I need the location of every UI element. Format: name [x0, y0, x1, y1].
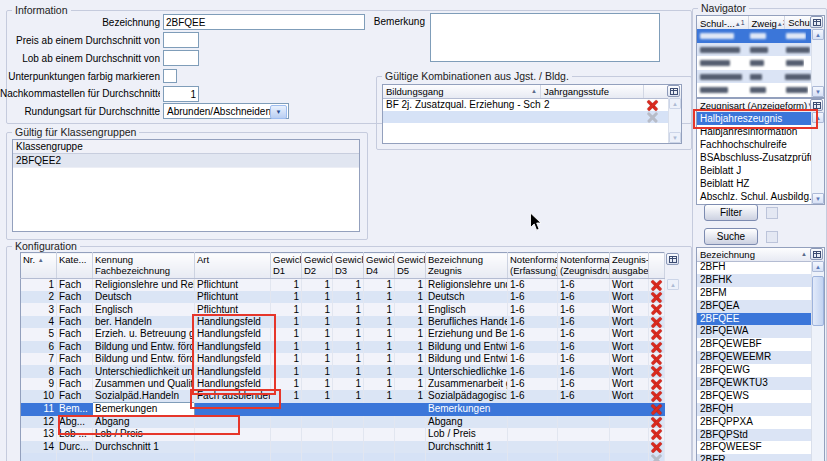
- column-header-klassengruppe[interactable]: Klassengruppe: [13, 140, 359, 154]
- list-item[interactable]: 2BFQPStd: [697, 429, 811, 442]
- cell-nr[interactable]: 14: [21, 441, 57, 453]
- filter-button[interactable]: Filter: [704, 204, 758, 221]
- grid-icon-button[interactable]: [666, 253, 679, 265]
- cell-bezeichnung-zeugnis[interactable]: Bildung und Entwicklu...: [426, 341, 508, 353]
- column-header-jahrgangsstufe[interactable]: Jahrgangsstufe: [541, 85, 644, 98]
- delete-row-icon[interactable]: [651, 292, 662, 303]
- cell-art[interactable]: Handlungsfeld: [195, 316, 271, 328]
- cell-kategorie[interactable]: Durc...: [57, 441, 93, 453]
- cell-zeugnisausgabe[interactable]: [610, 441, 649, 453]
- list-item[interactable]: Abschlz. Schul. Ausbildg.: [697, 190, 811, 203]
- delete-row-icon[interactable]: [651, 417, 662, 428]
- table-row-empty[interactable]: [21, 453, 665, 461]
- list-item[interactable]: 2BFQEWEBF: [697, 338, 811, 351]
- cell-notenformat-erfassung[interactable]: [508, 416, 558, 429]
- list-item[interactable]: Beiblatt HZ: [697, 177, 811, 190]
- cell-zeugnisausgabe[interactable]: Wort: [610, 316, 649, 328]
- cell-art[interactable]: Fach ausblenden: [195, 390, 271, 403]
- cell-gewicht-d2[interactable]: 1: [302, 365, 333, 377]
- list-item[interactable]: 2BFQEWG: [697, 364, 811, 377]
- cell-gewicht-d5[interactable]: 1: [395, 303, 426, 315]
- column-header-zeugnisart[interactable]: Zeugnisart (Anzeigeform) ▼: [697, 99, 810, 112]
- cell-gewicht-d5[interactable]: 1: [395, 291, 426, 303]
- cell-nr[interactable]: 4: [21, 316, 57, 328]
- cell-nr[interactable]: 12: [21, 416, 57, 429]
- list-item[interactable]: 2BFQEWS: [697, 390, 811, 403]
- cell-art[interactable]: Handlungsfeld: [195, 365, 271, 377]
- cell-gewicht-d2[interactable]: 1: [302, 390, 333, 403]
- table-row[interactable]: 10 Fach Sozialpäd.Handeln Fach ausblende…: [21, 390, 665, 403]
- suche-button[interactable]: Suche: [704, 228, 758, 245]
- delete-row-icon[interactable]: [651, 404, 662, 415]
- cell-notenformat-erfassung[interactable]: 1-6: [508, 390, 558, 403]
- suche-checkbox[interactable]: [766, 231, 778, 243]
- cell-gewicht-d3[interactable]: 1: [333, 353, 364, 365]
- cell-bezeichnung-zeugnis[interactable]: Lob / Preis: [426, 428, 508, 440]
- cell-kategorie[interactable]: Fach: [57, 291, 93, 303]
- column-header-gewicht-d1[interactable]: GewichtD1: [271, 253, 302, 279]
- cell-zeugnisausgabe[interactable]: Wort: [610, 303, 649, 315]
- cell-kategorie[interactable]: Fach: [57, 365, 93, 377]
- cell-gewicht-d2[interactable]: 1: [302, 279, 333, 292]
- list-item[interactable]: Fachhochschulreife: [697, 138, 811, 151]
- cell-gewicht-d3[interactable]: 1: [333, 316, 364, 328]
- cell-gewicht-d4[interactable]: [364, 441, 395, 453]
- column-header-bildungsgang[interactable]: Bildungsgang ▲: [383, 85, 541, 98]
- list-item[interactable]: 2BFH: [697, 261, 811, 274]
- column-header-kategorie[interactable]: Kate...: [57, 253, 93, 279]
- cell-zeugnisausgabe[interactable]: Wort: [610, 390, 649, 403]
- cell-gewicht-d1[interactable]: 1: [271, 291, 302, 303]
- column-header-notenformat-erfassung[interactable]: Notenformat(Erfassung): [508, 253, 558, 279]
- cell-notenformat-erfassung[interactable]: 1-6: [508, 328, 558, 340]
- cell-gewicht-d2[interactable]: 1: [302, 378, 333, 390]
- cell-gewicht-d1[interactable]: 1: [271, 328, 302, 340]
- cell-gewicht-d1[interactable]: 1: [271, 390, 302, 403]
- cell-gewicht-d3[interactable]: 1: [333, 303, 364, 315]
- list-item[interactable]: 2BFHK: [697, 274, 811, 287]
- delete-row-icon[interactable]: [651, 442, 662, 453]
- cell-bezeichnung-zeugnis[interactable]: Unterschiedlichkeit u...: [426, 365, 508, 377]
- cell-zeugnisausgabe[interactable]: Wort: [610, 328, 649, 340]
- cell-gewicht-d2[interactable]: 1: [302, 328, 333, 340]
- cell-gewicht-d4[interactable]: [364, 416, 395, 429]
- table-row[interactable]: 12 Abg... Abgang Abgang: [21, 416, 665, 429]
- delete-row-icon[interactable]: [651, 304, 662, 315]
- cell-art[interactable]: Pflichtunt: [195, 303, 271, 315]
- cell-zeugnisausgabe[interactable]: [610, 428, 649, 440]
- nachkommastellen-input[interactable]: [163, 86, 199, 102]
- cell-art[interactable]: [195, 441, 271, 453]
- cell-fachbezeichnung[interactable]: Bemerkungen: [93, 403, 195, 416]
- cell-gewicht-d5[interactable]: 1: [395, 353, 426, 365]
- cell-zeugnisausgabe[interactable]: Wort: [610, 279, 649, 292]
- cell-gewicht-d5[interactable]: 1: [395, 279, 426, 292]
- scroll-up-icon[interactable]: ▲: [812, 29, 824, 40]
- cell-bezeichnung-zeugnis[interactable]: Abgang: [426, 416, 508, 429]
- cell-gewicht-d3[interactable]: 1: [333, 328, 364, 340]
- cell-zeugnisausgabe[interactable]: Wort: [610, 365, 649, 377]
- scrollbar-thumb[interactable]: [812, 276, 824, 326]
- cell-nr[interactable]: 13: [21, 428, 57, 440]
- cell-gewicht-d1[interactable]: [271, 441, 302, 453]
- column-header-kennung[interactable]: KennungFachbezeichnung: [93, 253, 195, 279]
- cell-notenformat-erfassung[interactable]: [508, 441, 558, 453]
- cell-art[interactable]: Pflichtunt: [195, 279, 271, 292]
- cell-notenformat-erfassung[interactable]: 1-6: [508, 353, 558, 365]
- cell-nr[interactable]: 9: [21, 378, 57, 390]
- cell-nr[interactable]: 10: [21, 390, 57, 403]
- list-item[interactable]: 2BFQEWEEMR: [697, 351, 811, 364]
- cell-art[interactable]: Handlungsfeld: [195, 328, 271, 340]
- cell-notenformat-zeugnisdruck[interactable]: 1-6: [558, 279, 610, 292]
- cell-gewicht-d2[interactable]: 1: [302, 303, 333, 315]
- cell-notenformat-zeugnisdruck[interactable]: 1-6: [558, 303, 610, 315]
- cell-kategorie[interactable]: Fach: [57, 279, 93, 292]
- list-item[interactable]: 2BFQEWKTU3: [697, 377, 811, 390]
- table-row-empty[interactable]: [383, 111, 681, 123]
- column-header-notenformat-zeugnisdruck[interactable]: Notenformat(Zeugnisdruck): [558, 253, 610, 279]
- list-item[interactable]: 2BFQPPXA: [697, 416, 811, 429]
- cell-zeugnisausgabe[interactable]: Wort: [610, 341, 649, 353]
- cell-notenformat-erfassung[interactable]: [508, 403, 558, 416]
- cell-kategorie[interactable]: Lob ...: [57, 428, 93, 440]
- cell-bezeichnung-zeugnis[interactable]: Erziehung und Betreu...: [426, 328, 508, 340]
- cell-gewicht-d3[interactable]: [333, 403, 364, 416]
- cell-gewicht-d5[interactable]: [395, 416, 426, 429]
